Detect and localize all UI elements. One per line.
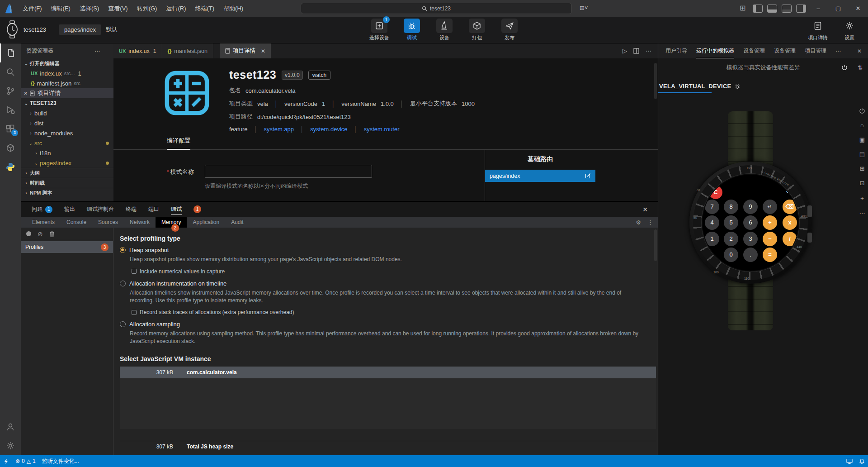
memory-scrollbar[interactable]	[654, 229, 657, 261]
panel-tab-terminal[interactable]: 终端	[126, 205, 137, 213]
checkbox-stack-traces[interactable]	[132, 310, 137, 315]
menu-go[interactable]: 转到(G)	[132, 0, 162, 17]
tab-project-detail[interactable]: 项目详情 ✕	[220, 43, 271, 58]
radio-allocation-timeline[interactable]	[120, 281, 126, 286]
tree-root[interactable]: ⌄TESET123	[21, 98, 113, 108]
rp-tab-running-simulator[interactable]: 运行中的模拟器	[696, 47, 734, 58]
activitybar-account[interactable]	[0, 417, 21, 436]
calc-key-equals[interactable]: =	[763, 248, 777, 262]
tree-item-i18n[interactable]: ›i18n	[21, 148, 113, 158]
devtools-tab-audit[interactable]: Audit	[225, 217, 249, 228]
editor-more-icon[interactable]: ⋯	[646, 48, 651, 54]
calc-key-plusminus[interactable]: +/-	[763, 200, 777, 214]
toggle-panel-alt-icon[interactable]	[782, 5, 792, 13]
mode-name-input[interactable]	[205, 165, 372, 178]
section-timeline[interactable]: ›时间线	[21, 178, 113, 188]
rp-tabs-more-icon[interactable]: ⋯	[835, 48, 841, 54]
activitybar-remote-explorer[interactable]	[0, 138, 21, 157]
checkbox-numerical-values[interactable]	[132, 269, 137, 274]
calc-key-dot[interactable]: .	[743, 248, 758, 262]
devtools-more-icon[interactable]: ⋮	[647, 219, 653, 226]
panel-tab-debug[interactable]: 调试	[171, 205, 182, 215]
power-icon[interactable]	[841, 64, 848, 71]
tab-manifest[interactable]: {} manifest.json	[162, 43, 213, 58]
checkbox-stack-traces-label[interactable]: Record stack traces of allocations (extr…	[140, 309, 294, 315]
devtools-tab-elements[interactable]: Elements	[26, 217, 61, 228]
tree-item-pages-index[interactable]: ⌄pages\index	[21, 158, 113, 168]
window-minimize-button[interactable]: –	[808, 0, 828, 17]
devtools-tab-network[interactable]: Network	[124, 217, 156, 228]
calc-key-minus[interactable]: −	[763, 232, 777, 246]
notifications-icon[interactable]	[856, 458, 868, 464]
open-editor-manifest[interactable]: {} manifest.json src	[21, 78, 113, 88]
feature-link-system-app[interactable]: system.app	[264, 126, 294, 133]
profiles-list-item[interactable]: Profiles 3	[21, 241, 113, 253]
sim-frame-icon[interactable]: ⊡	[860, 180, 865, 186]
calc-key-multiply[interactable]: x	[783, 215, 797, 230]
customize-layout-icon[interactable]	[738, 5, 748, 13]
feature-link-system-device[interactable]: system.device	[310, 126, 347, 133]
open-editors-header[interactable]: ⌄打开的编辑器	[21, 58, 113, 68]
settings-button[interactable]: 设置	[837, 19, 862, 41]
watch-crown-button[interactable]	[807, 205, 812, 217]
tree-item-dist[interactable]: ›dist	[21, 118, 113, 128]
menu-run[interactable]: 运行(R)	[161, 0, 190, 17]
run-file-icon[interactable]: ▷	[623, 48, 627, 54]
panel-tab-problems[interactable]: 问题 1	[32, 205, 52, 213]
open-editor-project-detail[interactable]: ✕ 项目详情	[21, 88, 113, 98]
calc-key-5[interactable]: 5	[724, 215, 738, 230]
panel-tab-ports[interactable]: 端口	[148, 205, 159, 213]
sort-icon[interactable]: ⇅	[858, 64, 863, 71]
calc-key-9[interactable]: 9	[743, 200, 758, 214]
tab-close-icon[interactable]: ✕	[261, 48, 265, 54]
radio-allocation-sampling[interactable]	[120, 321, 126, 327]
remote-indicator[interactable]	[0, 455, 12, 467]
calc-key-2[interactable]: 2	[724, 232, 738, 246]
select-device-button[interactable]: 1 选择设备	[367, 19, 392, 41]
sim-power-icon[interactable]	[859, 108, 865, 114]
command-search-input[interactable]: teset123	[301, 3, 572, 14]
package-button[interactable]: 打包	[465, 19, 489, 41]
sim-zoom-in-icon[interactable]: ＋	[859, 194, 865, 202]
sim-home-icon[interactable]: ⌂	[860, 122, 864, 129]
activitybar-python[interactable]	[0, 157, 21, 176]
problems-status[interactable]: ⊗ 0 △ 1	[12, 455, 39, 467]
menu-file[interactable]: 文件(F)	[18, 0, 47, 17]
rp-tab-project-mgmt[interactable]: 项目管理	[805, 47, 826, 55]
heap-snapshot-label[interactable]: Heap snapshot	[129, 247, 169, 253]
editor-scrollbar[interactable]	[654, 63, 657, 99]
sim-apps-grid-icon[interactable]: ⊞	[860, 165, 865, 172]
base-route-button[interactable]: pages/index	[485, 170, 595, 182]
sim-screenshot-icon[interactable]: ▣	[859, 136, 865, 143]
tree-item-node-modules[interactable]: ›node_modules	[21, 128, 113, 138]
devtools-tab-console[interactable]: Console	[61, 217, 92, 228]
open-editor-indexux[interactable]: UX index.ux src... 1	[21, 68, 113, 78]
calculator-screen[interactable]: C 0 7 8 9 +/- ⌫ 4 5 6 + x 1 2 3 − / 0 . …	[703, 175, 798, 271]
devtools-tab-application[interactable]: Application	[187, 217, 225, 228]
radio-heap-snapshot[interactable]	[120, 247, 126, 253]
section-outline[interactable]: ›大纲	[21, 168, 113, 178]
calc-key-6[interactable]: 6	[743, 215, 758, 230]
toggle-right-sidebar-icon[interactable]	[796, 5, 806, 13]
devtools-tab-sources[interactable]: Sources	[92, 217, 124, 228]
tree-item-src[interactable]: ⌄src	[21, 138, 113, 148]
publish-button[interactable]: 发布	[497, 19, 522, 41]
activitybar-source-control[interactable]	[0, 81, 21, 100]
panel-tab-output[interactable]: 输出	[64, 205, 75, 213]
debug-button[interactable]: 调试	[400, 19, 424, 41]
menu-edit[interactable]: 编辑(E)	[47, 0, 75, 17]
activitybar-extensions[interactable]: 3	[0, 119, 21, 138]
menu-view[interactable]: 查看(V)	[104, 0, 132, 17]
window-maximize-button[interactable]: ▢	[828, 0, 848, 17]
activitybar-run-debug[interactable]	[0, 100, 21, 119]
activitybar-settings[interactable]	[0, 436, 21, 455]
window-close-button[interactable]: ✕	[848, 0, 868, 17]
sidebar-more-icon[interactable]: ⋯	[94, 48, 100, 54]
devtools-tab-memory[interactable]: Memory 2	[156, 217, 187, 228]
close-icon[interactable]: ✕	[24, 91, 28, 96]
toggle-panel-icon[interactable]	[767, 5, 777, 13]
calc-key-0[interactable]: 0	[724, 248, 738, 262]
activitybar-explorer[interactable]	[0, 43, 21, 62]
sim-file-icon[interactable]: ▤	[859, 151, 865, 157]
calc-key-plus[interactable]: +	[763, 215, 777, 230]
